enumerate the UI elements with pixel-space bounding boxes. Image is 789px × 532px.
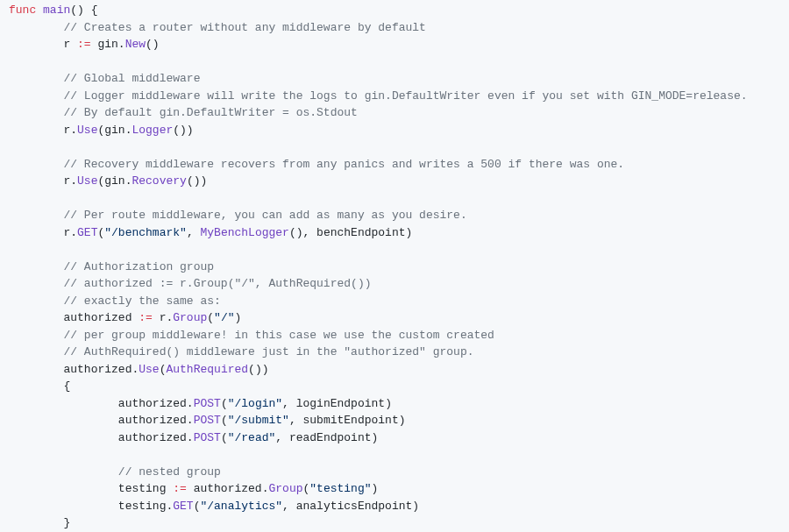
- text: () {: [70, 4, 97, 17]
- func-use: Use: [77, 124, 97, 137]
- text: r.: [63, 226, 77, 239]
- func-get: GET: [173, 500, 193, 513]
- text: , readEndpoint): [275, 431, 378, 444]
- operator: :=: [77, 38, 91, 51]
- string: "testing": [309, 482, 371, 495]
- text: ()): [248, 363, 268, 376]
- text: authorized.: [118, 397, 194, 410]
- comment: // per group middleware! in this case we…: [63, 329, 494, 342]
- string: "/analytics": [200, 500, 282, 513]
- string: "/login": [228, 397, 282, 410]
- func-group: Group: [173, 311, 207, 324]
- comment: // Global middleware: [63, 72, 200, 85]
- comment: // AuthRequired() middleware just in the…: [63, 345, 473, 358]
- comment: // Per route middleware, you can add as …: [63, 209, 466, 222]
- text: (: [221, 397, 228, 410]
- func-use: Use: [77, 174, 97, 188]
- func-post: POST: [194, 431, 221, 444]
- func-main: main: [43, 4, 70, 17]
- operator: :=: [173, 482, 187, 495]
- string: "/submit": [228, 414, 289, 427]
- text: (gin.: [97, 174, 132, 188]
- text: ,: [187, 226, 201, 239]
- func-post: POST: [194, 397, 221, 410]
- comment: // By default gin.DefaultWriter = os.Std…: [63, 106, 357, 119]
- comment: // Authorization group: [63, 260, 214, 273]
- text: (: [221, 431, 228, 444]
- text: ()): [173, 124, 193, 137]
- comment: // exactly the same as:: [63, 294, 220, 308]
- text: gin.: [91, 38, 125, 51]
- comment: // authorized := r.Group("/", AuthRequir…: [63, 277, 371, 290]
- func-use: Use: [139, 363, 159, 376]
- func-authrequired: AuthRequired: [166, 363, 248, 376]
- comment: // Logger middleware will write the logs…: [63, 89, 747, 103]
- string: "/read": [228, 431, 276, 444]
- string: "/": [214, 311, 234, 324]
- func-get: GET: [77, 226, 97, 239]
- text: authorized.: [63, 363, 139, 376]
- func-recovery: Recovery: [132, 174, 186, 188]
- keyword-func: func: [9, 4, 36, 17]
- comment: // Recovery middleware recovers from any…: [63, 158, 624, 171]
- text: ): [372, 482, 379, 495]
- comment: // Creates a router without any middlewa…: [63, 21, 425, 34]
- text: r.: [63, 124, 77, 137]
- func-logger: Logger: [132, 124, 173, 137]
- text: authorized.: [187, 482, 269, 495]
- text: ()): [187, 174, 207, 188]
- text: , submitEndpoint): [289, 414, 406, 427]
- text: authorized.: [118, 431, 194, 444]
- text: r.: [153, 311, 173, 324]
- text: r.: [63, 174, 77, 188]
- text: r: [63, 38, 77, 51]
- func-post: POST: [194, 414, 221, 427]
- text: (): [146, 38, 160, 51]
- text: testing: [118, 482, 173, 495]
- text: authorized: [63, 311, 139, 324]
- string: "/benchmark": [104, 226, 187, 239]
- text: ): [235, 311, 242, 324]
- func-new: New: [125, 38, 146, 51]
- text: (gin.: [97, 124, 132, 137]
- text: }: [63, 516, 70, 529]
- code-block: func main() { // Creates a router withou…: [0, 0, 789, 532]
- comment: // nested group: [118, 465, 221, 479]
- text: (: [207, 311, 214, 324]
- text: (), benchEndpoint): [289, 226, 412, 239]
- func-mybenchlogger: MyBenchLogger: [200, 226, 288, 239]
- text: testing.: [118, 500, 173, 513]
- func-group: Group: [268, 482, 302, 495]
- operator: :=: [139, 311, 153, 324]
- text: , loginEndpoint): [282, 397, 392, 410]
- text: {: [63, 379, 70, 393]
- text: (: [221, 414, 228, 427]
- text: authorized.: [118, 414, 194, 427]
- text: , analyticsEndpoint): [282, 500, 419, 513]
